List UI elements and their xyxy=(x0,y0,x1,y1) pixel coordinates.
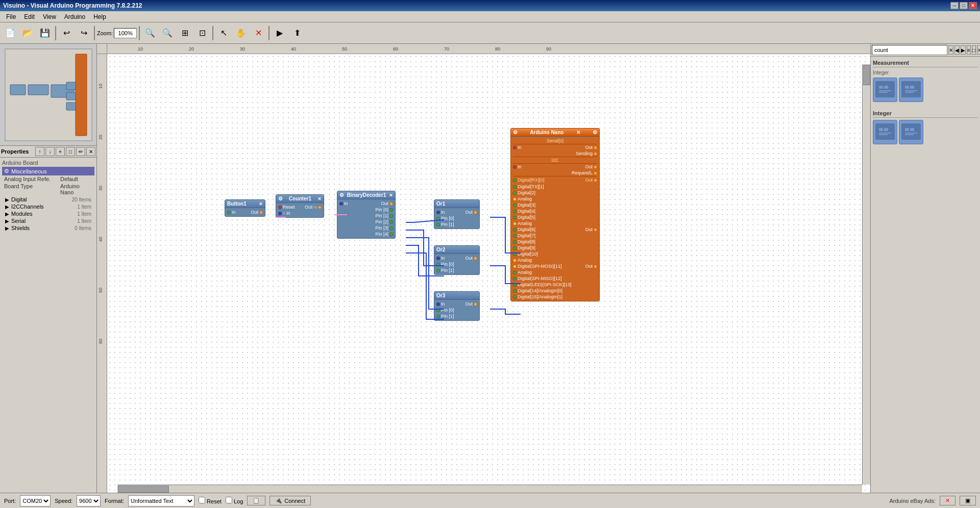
zoom-input[interactable] xyxy=(114,28,137,38)
minimize-button[interactable]: ─ xyxy=(950,2,959,9)
pin-dot-in[interactable] xyxy=(227,211,231,214)
search-btn-1[interactable]: ◀ xyxy=(954,45,960,55)
nano-digital-5-dot[interactable] xyxy=(513,216,517,219)
reset-checkbox[interactable] xyxy=(199,497,205,503)
nano-spi-mosi-dot[interactable] xyxy=(513,265,517,268)
search-btn-5[interactable]: ✕ xyxy=(977,45,980,55)
nano-digital-9-dot[interactable] xyxy=(513,246,517,250)
or3-pin0-dot[interactable] xyxy=(436,309,440,312)
open-button[interactable]: 📂 xyxy=(19,25,36,41)
result-item-counter-2[interactable] xyxy=(899,78,923,102)
zoom-out-button[interactable]: 🔍 xyxy=(159,25,176,41)
nano-analog-6-dot[interactable] xyxy=(513,222,517,225)
menu-arduino[interactable]: Arduino xyxy=(60,12,89,21)
props-btn-5[interactable]: ✏ xyxy=(76,147,85,156)
workspace[interactable]: 10 20 30 40 50 60 70 80 90 10 20 30 40 5… xyxy=(97,44,870,493)
bd-pin4-dot[interactable] xyxy=(389,233,393,236)
nano-digital-tx-dot[interactable] xyxy=(513,185,517,189)
upload-button[interactable]: ⬆ xyxy=(289,25,305,41)
menu-help[interactable]: Help xyxy=(89,12,110,21)
vertical-scrollbar[interactable] xyxy=(862,64,870,485)
props-btn-6[interactable]: ✕ xyxy=(86,147,95,156)
nano-spi-sck-dot[interactable] xyxy=(513,283,517,287)
result-item-counter-3[interactable] xyxy=(873,120,897,144)
counter1-block[interactable]: ⚙ Counter1 ✕ Reset Out↑⟐ ↑ In xyxy=(276,194,324,218)
bd-out-dot[interactable] xyxy=(389,202,393,206)
arduino-nano-close[interactable]: ✕ xyxy=(576,130,580,135)
nano-digital-11-dot[interactable] xyxy=(513,271,517,274)
pin-reset-dot[interactable] xyxy=(278,206,282,209)
format-select[interactable]: Unformatted Text xyxy=(128,495,194,506)
binary-decoder-close[interactable]: ✕ xyxy=(389,193,393,198)
or1-block[interactable]: Or1 In Out Pin [0] xyxy=(434,199,480,229)
tree-item-shields[interactable]: ▶ Shields 0 Items xyxy=(2,224,94,232)
search-clear-button[interactable]: ✕ xyxy=(948,45,953,55)
search-btn-3[interactable]: ≡ xyxy=(967,45,971,55)
props-btn-2[interactable]: ↓ xyxy=(45,147,55,156)
nano-digital-3b-dot[interactable] xyxy=(513,204,517,207)
vscroll-thumb[interactable] xyxy=(863,65,870,85)
or3-in-dot[interactable] xyxy=(436,302,440,306)
port-select[interactable]: COM20 xyxy=(20,495,51,506)
pin-out-dot[interactable] xyxy=(318,206,322,209)
search-btn-2[interactable]: ▶ xyxy=(961,45,966,55)
nano-spi-miso-dot[interactable] xyxy=(513,277,517,281)
nano-digital-8-dot[interactable] xyxy=(513,240,517,244)
nano-digital-2-dot[interactable] xyxy=(513,191,517,195)
or1-pin1-dot[interactable] xyxy=(436,223,440,226)
new-button[interactable]: 📄 xyxy=(2,25,18,41)
or2-pin0-dot[interactable] xyxy=(436,263,440,266)
nano-i2c-out-dot[interactable] xyxy=(594,165,597,169)
pin-dot-out[interactable] xyxy=(259,211,263,214)
nano-serial-out-dot[interactable] xyxy=(594,146,597,149)
or1-in-dot[interactable] xyxy=(436,211,440,214)
speed-select[interactable]: 9600 xyxy=(77,495,101,506)
or3-pin1-dot[interactable] xyxy=(436,315,440,318)
horizontal-scrollbar[interactable] xyxy=(117,485,862,493)
arduino-nano-settings[interactable]: ⚙ xyxy=(593,130,597,135)
nano-digital-10-dot[interactable] xyxy=(513,252,517,256)
log-checkbox[interactable] xyxy=(226,497,232,503)
zoom-fit-button[interactable]: ⊞ xyxy=(177,25,193,41)
result-item-counter-4[interactable] xyxy=(899,120,923,144)
nano-digital-7-dot[interactable] xyxy=(513,234,517,238)
button1-close[interactable]: ✕ xyxy=(259,201,263,207)
nano-i2c-in-dot[interactable] xyxy=(513,165,517,169)
select-button[interactable]: ↖ xyxy=(215,25,232,41)
or2-in-dot[interactable] xyxy=(436,257,440,260)
nano-out-11-dot[interactable] xyxy=(594,265,597,268)
tree-item-serial[interactable]: ▶ Serial 1 Item xyxy=(2,217,94,224)
close-button[interactable]: ✕ xyxy=(969,2,977,9)
or1-out-dot[interactable] xyxy=(474,211,477,214)
menu-view[interactable]: View xyxy=(39,12,60,21)
run-button[interactable]: ▶ xyxy=(272,25,288,41)
button1-block[interactable]: Button1 ✕ In Out xyxy=(225,199,265,217)
pan-button[interactable]: ✋ xyxy=(233,25,249,41)
props-btn-4[interactable]: □ xyxy=(66,147,75,156)
undo-button[interactable]: ↩ xyxy=(58,25,75,41)
delete-button[interactable]: ✕ xyxy=(250,25,266,41)
or2-out-dot[interactable] xyxy=(474,257,477,260)
bd-pin3-dot[interactable] xyxy=(389,226,393,230)
nano-digital-rx-dot[interactable] xyxy=(513,179,517,182)
nano-ain-0-dot[interactable] xyxy=(513,289,517,293)
hscroll-thumb[interactable] xyxy=(118,486,169,493)
pin-in-dot2[interactable] xyxy=(278,212,282,215)
bd-pin2-dot[interactable] xyxy=(389,220,393,224)
or1-pin0-dot[interactable] xyxy=(436,217,440,220)
bd-in-dot[interactable] xyxy=(339,202,343,206)
nano-sending-dot[interactable] xyxy=(594,152,597,156)
nano-out-6-dot[interactable] xyxy=(594,228,597,232)
misc-item[interactable]: ⚙ Miscellaneous xyxy=(2,167,94,175)
menu-edit[interactable]: Edit xyxy=(20,12,39,21)
or2-pin1-dot[interactable] xyxy=(436,269,440,272)
counter1-close[interactable]: ✕ xyxy=(317,196,322,201)
binary-decoder-block[interactable]: ⚙ BinaryDecoder1 ✕ In Out Pi xyxy=(337,191,396,239)
arduino-nano-block[interactable]: ⚙ Arduino Nano ✕ ⚙ Serial[0] In Out xyxy=(510,128,600,301)
result-item-counter-1[interactable] xyxy=(873,78,897,102)
bd-pin1-dot[interactable] xyxy=(389,214,393,218)
or3-out-dot[interactable] xyxy=(474,302,477,306)
tree-item-modules[interactable]: ▶ Modules 1 Item xyxy=(2,210,94,217)
tree-item-i2c[interactable]: ▶ I2CChannels 1 Item xyxy=(2,203,94,210)
nano-digital-4-dot[interactable] xyxy=(513,210,517,213)
